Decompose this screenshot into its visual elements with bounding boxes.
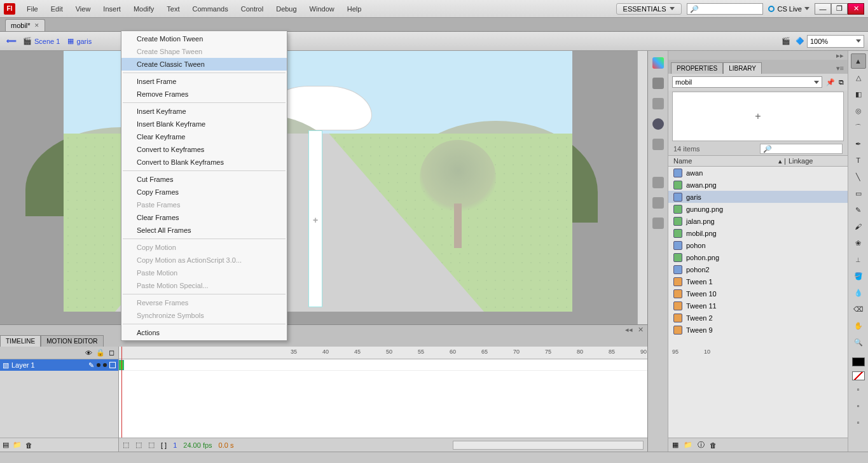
menu-debug[interactable]: Debug — [270, 5, 303, 13]
horizontal-scrollbar[interactable] — [453, 441, 644, 450]
menuitem-create-classic-tween[interactable]: Create Classic Tween — [121, 58, 287, 71]
fill-color-swatch[interactable] — [852, 371, 865, 380]
menu-insert[interactable]: Insert — [97, 5, 127, 13]
onion-skin-outline-icon[interactable]: ⬚ — [135, 441, 142, 449]
stage-area[interactable]: + — [0, 51, 647, 324]
edit-scene-icon[interactable]: 🎬 — [782, 37, 790, 45]
tab-motion-editor[interactable]: MOTION EDITOR — [41, 335, 103, 347]
panel-menu-icon[interactable]: ▾≡ — [832, 63, 848, 74]
new-folder-icon[interactable]: 📁 — [684, 441, 692, 449]
layer-row[interactable]: ▧ Layer 1 ✎ — [0, 359, 118, 371]
document-tab[interactable]: mobil* ✕ — [5, 19, 45, 31]
new-library-icon[interactable]: ⧉ — [839, 78, 844, 86]
info-panel-icon[interactable] — [652, 118, 664, 130]
playhead[interactable] — [121, 347, 122, 452]
col-name[interactable]: Name — [673, 157, 778, 165]
tab-library[interactable]: LIBRARY — [723, 62, 762, 74]
workspace-switcher[interactable]: ESSENTIALS — [616, 3, 682, 15]
library-item[interactable]: Tween 11 — [668, 300, 848, 312]
menu-edit[interactable]: Edit — [45, 5, 69, 13]
text-tool[interactable]: T — [851, 153, 866, 168]
outline-swatch[interactable] — [109, 362, 116, 368]
tab-timeline[interactable]: TIMELINE — [0, 335, 41, 347]
snap-icon[interactable]: ▫ — [851, 415, 866, 430]
symbol-crumb[interactable]: ▦ garis — [67, 37, 92, 45]
restore-button[interactable]: ❐ — [831, 3, 848, 15]
back-arrow-icon[interactable]: ⟸ — [6, 37, 17, 45]
library-item[interactable]: garis — [668, 191, 848, 203]
menu-control[interactable]: Control — [235, 5, 270, 13]
color-panel-icon[interactable] — [652, 78, 664, 89]
library-item[interactable]: pohon.png — [668, 251, 848, 263]
library-item[interactable]: Tween 9 — [668, 324, 848, 336]
cs-live-button[interactable]: CS Live — [768, 5, 809, 13]
menuitem-clear-frames[interactable]: Clear Frames — [121, 211, 287, 224]
deco-tool[interactable]: ❀ — [851, 235, 866, 251]
library-item[interactable]: Tween 2 — [668, 312, 848, 324]
menuitem-create-motion-tween[interactable]: Create Motion Tween — [121, 32, 287, 45]
search-input[interactable] — [687, 3, 763, 15]
vertical-scrollbar[interactable] — [637, 51, 647, 324]
align-panel-icon[interactable] — [652, 98, 664, 109]
menuitem-insert-frame[interactable]: Insert Frame — [121, 75, 287, 88]
paint-bucket-tool[interactable]: 🪣 — [851, 268, 866, 284]
zoom-tool[interactable]: 🔍 — [851, 335, 866, 350]
tab-properties[interactable]: PROPERTIES — [671, 62, 723, 74]
marker-icon[interactable]: [ ] — [161, 441, 167, 449]
library-item[interactable]: awan.png — [668, 179, 848, 191]
delete-icon[interactable]: 🗑 — [710, 441, 717, 449]
onion-skin-icon[interactable]: ⬚ — [123, 441, 129, 449]
menuitem-select-all-frames[interactable]: Select All Frames — [121, 224, 287, 237]
close-button[interactable]: ✕ — [848, 3, 864, 15]
menu-text[interactable]: Text — [160, 5, 186, 13]
zoom-dropdown[interactable]: 100% — [807, 35, 864, 48]
frame-ruler[interactable]: 3540455055606570758085909510 — [119, 347, 647, 359]
library-list[interactable]: awanawan.pnggarisgunung.pngjalan.pngmobi… — [668, 167, 848, 438]
scene-crumb[interactable]: 🎬 Scene 1 — [23, 37, 60, 45]
new-folder-icon[interactable]: 📁 — [13, 441, 22, 449]
library-item[interactable]: jalan.png — [668, 215, 848, 227]
free-transform-tool[interactable]: ◧ — [851, 86, 866, 102]
pencil-tool[interactable]: ✎ — [851, 202, 866, 218]
frames-area[interactable]: 3540455055606570758085909510 ⬚ ⬚ ⬚ [ ] 1… — [119, 347, 647, 452]
library-item[interactable]: pohon2 — [668, 263, 848, 275]
swap-colors-icon[interactable]: ▫ — [851, 382, 866, 397]
selection-tool[interactable]: ▲ — [851, 53, 866, 69]
vis-dot[interactable] — [97, 363, 100, 367]
library-document-dropdown[interactable]: mobil — [672, 76, 822, 88]
library-item[interactable]: pohon — [668, 239, 848, 251]
lasso-tool[interactable]: ⌒ — [851, 120, 866, 135]
delete-layer-icon[interactable]: 🗑 — [25, 441, 32, 449]
lock-icon[interactable]: 🔒 — [96, 349, 105, 357]
new-symbol-icon[interactable]: ▦ — [672, 441, 679, 449]
subselect-tool[interactable]: △ — [851, 70, 866, 85]
new-layer-icon[interactable]: ▤ — [3, 441, 9, 449]
transform-panel-icon[interactable] — [652, 139, 664, 150]
library-item[interactable]: awan — [668, 167, 848, 179]
menuitem-copy-frames[interactable]: Copy Frames — [121, 186, 287, 198]
edit-multi-icon[interactable]: ⬚ — [148, 441, 155, 449]
menuitem-remove-frames[interactable]: Remove Frames — [121, 88, 287, 100]
menu-file[interactable]: File — [20, 5, 45, 13]
3d-rotate-tool[interactable]: ◎ — [851, 103, 866, 118]
outline-icon[interactable]: ◻ — [109, 349, 114, 357]
menuitem-convert-to-keyframes[interactable]: Convert to Keyframes — [121, 143, 287, 156]
menu-modify[interactable]: Modify — [127, 5, 160, 13]
menuitem-insert-keyframe[interactable]: Insert Keyframe — [121, 105, 287, 118]
menu-window[interactable]: Window — [303, 5, 341, 13]
hand-tool[interactable]: ✋ — [851, 318, 866, 333]
code-snippets-icon[interactable] — [652, 177, 664, 188]
library-item[interactable]: Tween 1 — [668, 275, 848, 287]
menuitem-convert-to-blank-keyframes[interactable]: Convert to Blank Keyframes — [121, 156, 287, 169]
minimize-button[interactable]: — — [815, 3, 831, 15]
default-colors-icon[interactable]: ▫ — [851, 398, 866, 413]
stroke-color-swatch[interactable] — [852, 357, 865, 366]
eraser-tool[interactable]: ⌫ — [851, 301, 866, 317]
menu-commands[interactable]: Commands — [186, 5, 234, 13]
pen-tool[interactable]: ✒ — [851, 136, 866, 151]
menuitem-cut-frames[interactable]: Cut Frames — [121, 173, 287, 186]
library-item[interactable]: gunung.png — [668, 203, 848, 215]
bone-tool[interactable]: ⟂ — [851, 252, 866, 267]
line-tool[interactable]: ╲ — [851, 169, 866, 184]
eyedropper-tool[interactable]: 💧 — [851, 285, 866, 300]
